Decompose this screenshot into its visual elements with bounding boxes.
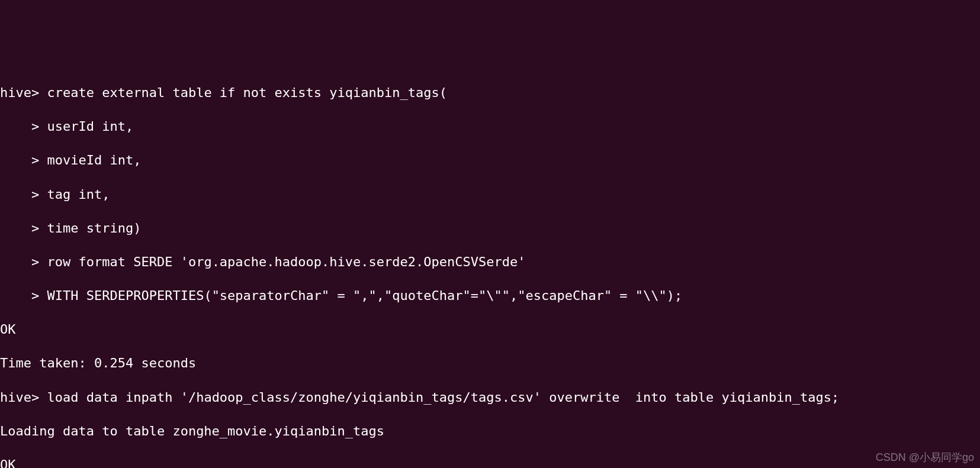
output-line: Loading data to table zonghe_movie.yiqia… xyxy=(0,423,980,440)
prompt-line: hive> load data inpath '/hadoop_class/zo… xyxy=(0,389,980,406)
command-text: load data inpath '/hadoop_class/zonghe/y… xyxy=(39,390,839,405)
prompt-line: > userId int, xyxy=(0,118,980,135)
command-text: movieId int, xyxy=(39,153,141,167)
cont-prompt: > xyxy=(0,254,39,269)
output-line: OK xyxy=(0,321,980,338)
prompt-line: > WITH SERDEPROPERTIES("separatorChar" =… xyxy=(0,288,980,305)
hive-prompt: hive> xyxy=(0,85,39,100)
command-text: create external table if not exists yiqi… xyxy=(39,85,447,100)
cont-prompt: > xyxy=(0,153,39,167)
cont-prompt: > xyxy=(0,221,39,235)
prompt-line: > time string) xyxy=(0,220,980,237)
terminal-output[interactable]: hive> create external table if not exist… xyxy=(0,67,980,468)
output-line: OK xyxy=(0,457,980,468)
prompt-line: hive> create external table if not exist… xyxy=(0,85,980,102)
watermark: CSDN @小易同学go xyxy=(876,451,974,464)
cont-prompt: > xyxy=(0,119,39,134)
prompt-line: > row format SERDE 'org.apache.hadoop.hi… xyxy=(0,254,980,271)
cont-prompt: > xyxy=(0,288,39,303)
command-text: row format SERDE 'org.apache.hadoop.hive… xyxy=(39,254,525,269)
prompt-line: > movieId int, xyxy=(0,152,980,169)
command-text: userId int, xyxy=(39,119,133,134)
command-text: WITH SERDEPROPERTIES("separatorChar" = "… xyxy=(39,288,682,303)
hive-prompt: hive> xyxy=(0,390,39,405)
command-text: tag int, xyxy=(39,187,110,202)
output-line: Time taken: 0.254 seconds xyxy=(0,355,980,372)
command-text: time string) xyxy=(39,221,141,235)
prompt-line: > tag int, xyxy=(0,186,980,204)
cont-prompt: > xyxy=(0,187,39,202)
